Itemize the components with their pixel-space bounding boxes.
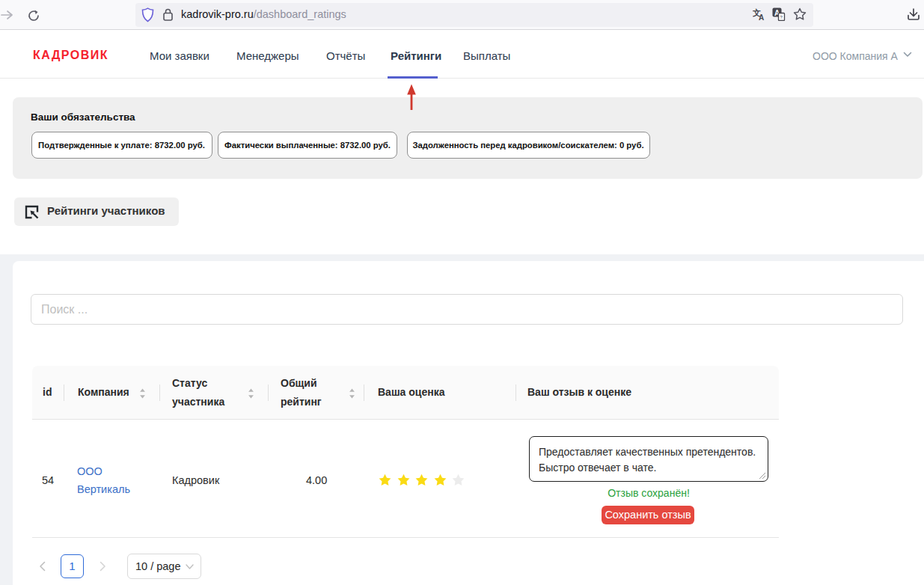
svg-text:A: A: [759, 13, 764, 21]
